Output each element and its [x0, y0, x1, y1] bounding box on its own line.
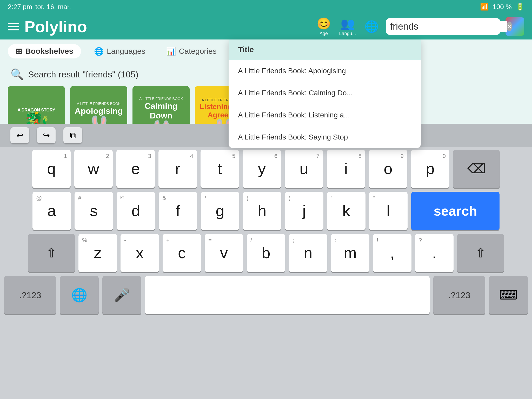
search-bar[interactable]: ✕ [386, 18, 500, 35]
dropdown-item-0[interactable]: A Little Friends Book: Apologising [229, 60, 421, 82]
search-dropdown: Title A Little Friends Book: Apologising… [229, 39, 421, 148]
dropdown-item-1[interactable]: A Little Friends Book: Calming Do... [229, 82, 421, 104]
globe-selector[interactable]: 🌐 [362, 17, 381, 36]
key-q[interactable]: 1 q [32, 150, 71, 188]
key-e[interactable]: 3 e [116, 150, 155, 188]
key-globe[interactable]: 🌐 [60, 276, 99, 314]
key-c[interactable]: + c [163, 234, 201, 272]
header: Polylino 😊 Age 👥 Langu... 🌐 ✕ [0, 14, 532, 39]
key-row-1: 1 q 2 w 3 e 4 r 5 t 6 y [4, 150, 528, 188]
hamburger-menu[interactable] [8, 23, 19, 30]
key-x[interactable]: - x [121, 234, 159, 272]
dropdown-header: Title [229, 39, 421, 60]
key-n[interactable]: ; n [289, 234, 327, 272]
key-row-2: @ a # s kr d & f * g ( h [4, 192, 528, 230]
tab-bookshelves[interactable]: ⊞ Bookshelves [8, 44, 81, 58]
battery: 100 % [493, 3, 512, 11]
key-w[interactable]: 2 w [74, 150, 113, 188]
results-text: Search result "friends" (105) [28, 69, 138, 79]
search-icon: 🔍 [10, 68, 24, 81]
key-sym-right[interactable]: .?123 [433, 276, 485, 314]
key-y[interactable]: 6 y [243, 150, 281, 188]
key-delete[interactable]: ⌫ [453, 150, 500, 188]
redo-button[interactable]: ↪ [37, 127, 56, 143]
key-v[interactable]: = v [205, 234, 243, 272]
key-z[interactable]: % z [78, 234, 117, 272]
status-bar: 2:27 pm tor. 16. mar. 📶 100 % 🔋 [0, 0, 532, 14]
key-s[interactable]: # s [75, 192, 113, 230]
paste-button[interactable]: ⧉ [63, 127, 82, 143]
tab-languages[interactable]: 🌐 Languages [86, 44, 153, 58]
key-row-3: ⇧ % z - x + c = v / b ; [4, 234, 528, 272]
key-row-bottom: .?123 🌐 🎤 .?123 ⌨ [4, 276, 528, 314]
categories-icon: 📊 [166, 47, 176, 56]
keyboard-area: ↩ ↪ ⧉ 1 q 2 w 3 e 4 r 5 t [0, 124, 532, 399]
key-u[interactable]: 7 u [285, 150, 323, 188]
tab-categories[interactable]: 📊 Categories [158, 44, 224, 58]
key-h[interactable]: ( h [243, 192, 281, 230]
dropdown-item-3[interactable]: A Little Friends Book: Saying Stop [229, 126, 421, 148]
key-period[interactable]: ? . [415, 234, 454, 272]
key-space[interactable] [145, 276, 430, 314]
key-mic[interactable]: 🎤 [102, 276, 141, 314]
key-shift-left[interactable]: ⇧ [28, 234, 75, 272]
search-input[interactable] [390, 21, 507, 32]
key-shift-right[interactable]: ⇧ [457, 234, 504, 272]
keyboard-rows: 1 q 2 w 3 e 4 r 5 t 6 y [0, 147, 532, 317]
key-t[interactable]: 5 t [201, 150, 239, 188]
key-comma[interactable]: ! , [373, 234, 411, 272]
key-g[interactable]: * g [201, 192, 239, 230]
bookshelves-label: Bookshelves [25, 47, 73, 56]
key-f[interactable]: & f [159, 192, 197, 230]
categories-label: Categories [179, 47, 217, 56]
age-label: Age [320, 31, 328, 36]
bookshelves-icon: ⊞ [16, 47, 22, 56]
app-logo: Polylino [24, 17, 309, 36]
wifi-icon: 📶 [480, 3, 488, 11]
clear-button[interactable]: ✕ [507, 22, 512, 31]
key-m[interactable]: : m [331, 234, 369, 272]
search-key-label: search [434, 203, 477, 219]
key-search[interactable]: search [411, 192, 500, 230]
key-i[interactable]: 8 i [327, 150, 365, 188]
key-k[interactable]: ' k [327, 192, 365, 230]
language-selector[interactable]: 👥 Langu... [338, 17, 357, 36]
key-p[interactable]: 0 p [411, 150, 449, 188]
key-o[interactable]: 9 o [369, 150, 407, 188]
key-keyboard[interactable]: ⌨ [489, 276, 528, 314]
key-j[interactable]: ) j [285, 192, 323, 230]
language-label: Langu... [339, 31, 356, 36]
key-sym-left[interactable]: .?123 [4, 276, 56, 314]
battery-icon: 🔋 [516, 3, 524, 11]
key-r[interactable]: 4 r [158, 150, 197, 188]
key-l[interactable]: " l [369, 192, 408, 230]
key-d[interactable]: kr d [117, 192, 155, 230]
date: tor. 16. mar. [35, 3, 71, 11]
key-b[interactable]: / b [247, 234, 285, 272]
languages-icon: 🌐 [94, 47, 104, 56]
undo-button[interactable]: ↩ [10, 127, 29, 143]
languages-label: Languages [107, 47, 145, 56]
time: 2:27 pm [8, 3, 32, 11]
age-selector[interactable]: 😊 Age [314, 17, 333, 36]
dropdown-item-2[interactable]: A Little Friends Book: Listening a... [229, 104, 421, 126]
key-a[interactable]: @ a [32, 192, 71, 230]
